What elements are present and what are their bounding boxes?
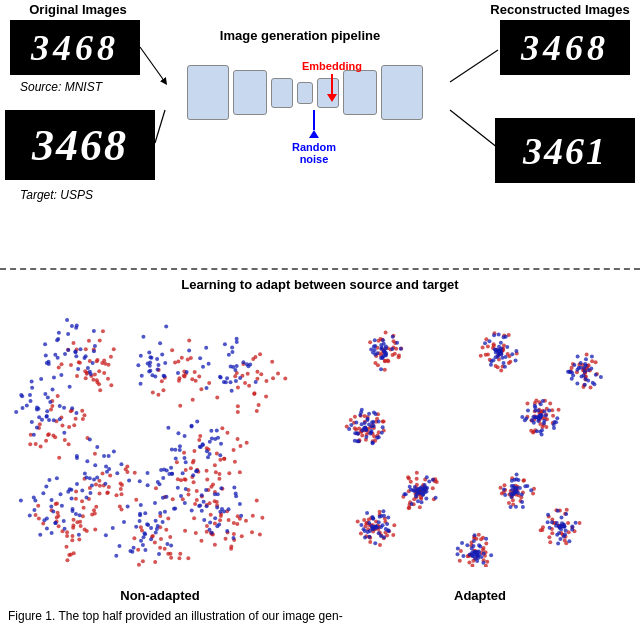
noise-label: Random noise <box>292 141 336 165</box>
scatter-container <box>0 297 640 577</box>
target-label: Target: USPS <box>20 188 93 202</box>
mnist-image: 3468 <box>10 20 140 75</box>
embedding-line <box>331 74 333 94</box>
source-label: Source: MNIST <box>20 80 102 94</box>
usps-image: 3468 <box>5 110 155 180</box>
bottom-section: Learning to adapt between source and tar… <box>0 272 640 625</box>
noise-line <box>313 110 315 130</box>
reconstructed-image-top: 3468 <box>500 20 630 75</box>
noise-arrow: Random noise <box>292 110 336 165</box>
pipeline-block-6 <box>381 65 423 120</box>
embedding-arrow: Embedding <box>302 60 362 102</box>
non-adapted-canvas <box>0 297 320 567</box>
pipeline-block-3 <box>271 78 293 108</box>
non-adapted-plot <box>0 297 320 577</box>
pipeline-block-2 <box>233 70 267 115</box>
reconstructed-images-label: Reconstructed Images <box>490 2 630 17</box>
embedding-label: Embedding <box>302 60 362 72</box>
adapt-label: Learning to adapt between source and tar… <box>0 272 640 297</box>
section-divider <box>0 268 640 270</box>
pipeline-label: Image generation pipeline <box>185 28 415 43</box>
adapted-label: Adapted <box>400 588 560 603</box>
embedding-arrowhead <box>327 94 337 102</box>
svg-line-2 <box>450 50 498 82</box>
top-section: Original Images Reconstructed Images 346… <box>0 0 640 270</box>
reconstructed-image-bottom: 3461 <box>495 118 635 183</box>
svg-line-3 <box>450 110 498 148</box>
figure-caption: Figure 1. The top half provided an illus… <box>0 607 640 625</box>
adapted-canvas <box>320 297 640 567</box>
adapted-plot <box>320 297 640 577</box>
non-adapted-label: Non-adapted <box>80 588 240 603</box>
pipeline-block-1 <box>187 65 229 120</box>
noise-arrowhead <box>309 130 319 138</box>
original-images-label: Original Images <box>18 2 138 17</box>
